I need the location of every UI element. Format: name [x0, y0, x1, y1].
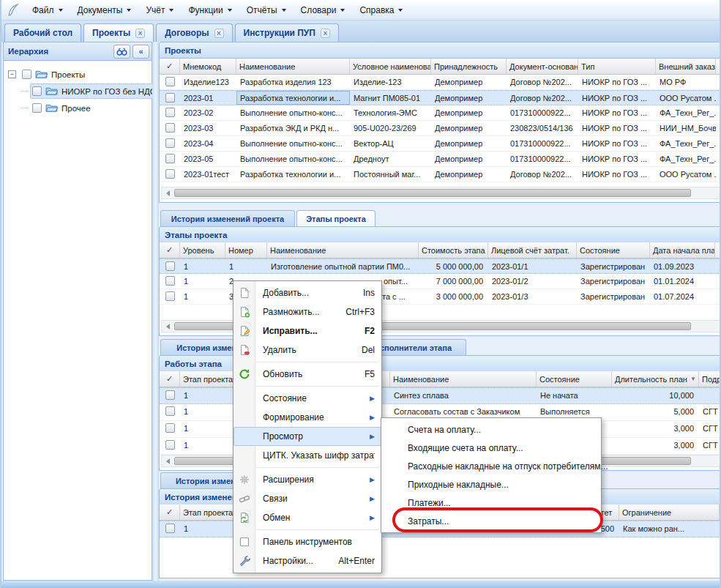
- column-header[interactable]: Внешний заказчик: [656, 59, 716, 74]
- menu-item[interactable]: Исправить...F2: [234, 321, 381, 340]
- submenu-item[interactable]: Счета на оплату...: [381, 420, 601, 439]
- column-header[interactable]: Ограничение: [619, 505, 720, 520]
- close-icon[interactable]: ×: [135, 29, 145, 38]
- tree-node-box[interactable]: Прочее: [30, 100, 95, 116]
- menu-item[interactable]: Расширения▶: [234, 470, 381, 489]
- menu-item[interactable]: ОбновитьF5: [234, 365, 381, 384]
- check-column-header[interactable]: ✓: [160, 242, 180, 258]
- row-checkbox[interactable]: [165, 93, 175, 103]
- menu-item[interactable]: Панель инструментов: [234, 532, 381, 551]
- menu-item[interactable]: Состояние▶: [234, 389, 381, 408]
- workspace-tab[interactable]: Рабочий стол: [4, 23, 81, 42]
- submenu-item[interactable]: Затраты...: [381, 512, 601, 530]
- projects-hscrollbar[interactable]: [161, 187, 720, 199]
- menu-item[interactable]: УдалитьDel: [234, 340, 381, 360]
- tree-node-box[interactable]: Проекты: [20, 67, 89, 82]
- column-header[interactable]: Состояние: [537, 371, 612, 387]
- row-checkbox[interactable]: [165, 423, 175, 433]
- scroll-left-icon[interactable]: [166, 324, 170, 330]
- submenu-item[interactable]: Платежи...: [381, 494, 601, 512]
- tree-node[interactable]: −Проекты: [4, 66, 152, 83]
- column-header[interactable]: Наименование: [390, 371, 537, 387]
- row-checkbox[interactable]: [165, 108, 175, 117]
- column-header[interactable]: Наименование: [267, 242, 419, 258]
- column-header[interactable]: Мнемокод: [180, 59, 236, 74]
- column-header[interactable]: Стоимость этапа: [419, 242, 488, 258]
- row-checkbox[interactable]: [165, 123, 175, 133]
- menubar-item[interactable]: Справка: [352, 2, 410, 18]
- tree-node[interactable]: Прочее: [4, 100, 152, 116]
- table-row[interactable]: 2023-02Выполнение опытно-конс...Технолог…: [160, 105, 721, 121]
- tree-expander-icon[interactable]: −: [8, 70, 16, 78]
- scroll-left-icon[interactable]: [166, 190, 170, 196]
- scrollbar-thumb[interactable]: [174, 189, 691, 197]
- table-row[interactable]: 2023-05Выполнение опытно-конс...Дредноут…: [160, 152, 721, 167]
- tree-node-box[interactable]: НИОКР по ГОЗ без НДС: [30, 83, 160, 99]
- table-row[interactable]: Изделие123Разработка изделия 123Изделие-…: [160, 75, 721, 90]
- tree-node[interactable]: НИОКР по ГОЗ без НДС: [4, 83, 152, 100]
- column-header[interactable]: Подр: [699, 371, 721, 387]
- menubar-item[interactable]: Функции: [181, 2, 239, 18]
- menu-item[interactable]: Размножить...Ctrl+F3: [234, 302, 381, 321]
- column-header[interactable]: Документ-основан: [507, 59, 578, 74]
- table-row[interactable]: 2023-01тестРазработка технологии и...Пос…: [160, 167, 721, 182]
- menu-item[interactable]: ЦИТК. Указать шифр затрат...: [234, 446, 381, 465]
- close-icon[interactable]: ×: [321, 29, 330, 38]
- column-header[interactable]: Лицевой счёт затрат.: [488, 242, 577, 258]
- row-checkbox[interactable]: [165, 390, 175, 400]
- menubar-item[interactable]: Файл: [25, 2, 70, 18]
- column-header[interactable]: Условное наименова: [350, 59, 431, 74]
- column-header[interactable]: Состояние: [577, 242, 650, 258]
- panel-tab[interactable]: История изменений проекта: [160, 210, 295, 226]
- column-header[interactable]: Тип: [578, 59, 656, 74]
- row-checkbox[interactable]: [165, 440, 175, 450]
- menu-item[interactable]: Добавить...Ins: [234, 283, 381, 302]
- tree-checkbox[interactable]: [22, 70, 31, 79]
- submenu-item[interactable]: Входящие счета на оплату...: [381, 439, 601, 457]
- submenu-item[interactable]: Приходные накладные...: [381, 475, 601, 494]
- column-header[interactable]: Уровень: [180, 242, 225, 258]
- close-icon[interactable]: ×: [214, 29, 224, 38]
- row-checkbox[interactable]: [165, 261, 175, 271]
- workspace-tab[interactable]: Инструкции ПУП×: [235, 23, 339, 42]
- column-header[interactable]: Номер: [225, 242, 267, 258]
- panel-tab[interactable]: Этапы проекта: [296, 210, 376, 226]
- scroll-left-icon[interactable]: [166, 458, 170, 464]
- column-header[interactable]: Наименование: [236, 59, 350, 74]
- column-header[interactable]: Принадлежность: [431, 59, 507, 74]
- row-checkbox[interactable]: [165, 406, 175, 416]
- row-checkbox[interactable]: [165, 154, 175, 163]
- row-checkbox[interactable]: [165, 169, 175, 179]
- check-column-header[interactable]: ✓: [160, 505, 180, 520]
- menubar-item[interactable]: Отчёты: [239, 2, 294, 18]
- tree-checkbox[interactable]: [32, 103, 42, 113]
- check-column-header[interactable]: ✓: [160, 59, 180, 74]
- row-checkbox[interactable]: [165, 138, 175, 148]
- row-checkbox[interactable]: [165, 524, 175, 533]
- menu-item[interactable]: Связи▶: [234, 489, 381, 508]
- menu-item[interactable]: Обмен▶: [234, 508, 381, 527]
- column-header[interactable]: Длительность план▼: [612, 371, 699, 387]
- submenu-item[interactable]: Расходные накладные на отпуск потребител…: [381, 457, 601, 475]
- collapse-left-icon[interactable]: «: [132, 45, 149, 59]
- menu-item[interactable]: Просмотр▶: [234, 427, 381, 446]
- table-row[interactable]: 11Изготовление опытной партии ПМ0...5 00…: [160, 258, 721, 274]
- column-header[interactable]: Дата начала план: [650, 242, 715, 258]
- workspace-tab[interactable]: Договоры×: [156, 23, 232, 42]
- menu-item[interactable]: Формирование▶: [234, 408, 381, 427]
- table-row[interactable]: 2023-04Выполнение опытно-конс...Вектор-А…: [160, 136, 721, 152]
- menu-item[interactable]: Настройки...Alt+Enter: [234, 551, 381, 570]
- row-checkbox[interactable]: [165, 77, 175, 86]
- row-checkbox[interactable]: [165, 276, 175, 286]
- row-checkbox[interactable]: [165, 291, 175, 301]
- table-row[interactable]: 2023-03Разработка ЭКД и РКД н...905-U020…: [160, 121, 721, 136]
- binoculars-icon[interactable]: [113, 45, 130, 59]
- menubar-item[interactable]: Словари: [294, 2, 353, 18]
- menubar-item[interactable]: Учёт: [138, 2, 181, 18]
- workspace-tab[interactable]: Проекты×: [83, 23, 154, 42]
- splitter[interactable]: [152, 42, 159, 581]
- table-row[interactable]: 2023-01Разработка технологии и...Магнит …: [160, 90, 721, 105]
- tree-checkbox[interactable]: [32, 86, 42, 96]
- check-column-header[interactable]: ✓: [160, 371, 180, 387]
- menubar-item[interactable]: Документы: [70, 2, 139, 18]
